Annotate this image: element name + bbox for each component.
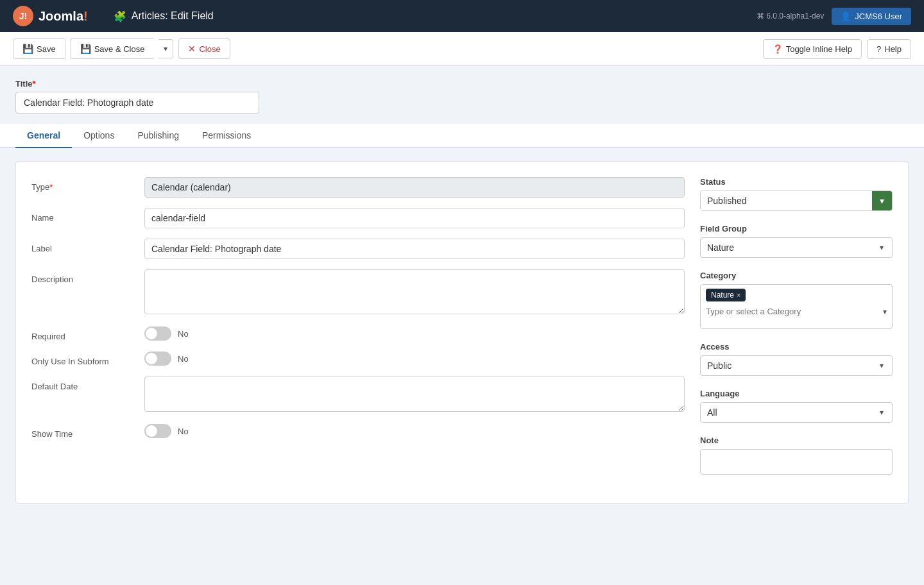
- category-input-row: ▾: [701, 304, 892, 320]
- status-green-button[interactable]: ▾: [872, 191, 892, 210]
- required-toggle[interactable]: [144, 326, 171, 341]
- header: J! Joomla! 🧩 Articles: Edit Field ⌘ 6.0.…: [0, 0, 924, 32]
- description-label: Description: [31, 269, 134, 284]
- help-label: Help: [884, 44, 902, 54]
- logo-joomla: Joomla: [38, 9, 83, 23]
- tabs-bar: General Options Publishing Permissions: [0, 124, 924, 148]
- required-toggle-label: No: [178, 329, 189, 339]
- category-tag-text: Nature: [711, 291, 734, 300]
- toggle-inline-help-label: Toggle Inline Help: [786, 44, 852, 54]
- note-section-label: Note: [700, 436, 893, 445]
- version-text: ⌘ 6.0.0-alpha1-dev: [757, 12, 824, 21]
- form-left: Type* Calendar (calendar) Name Label: [31, 177, 685, 488]
- subform-row: Only Use In Subform No: [31, 352, 685, 366]
- description-control: [144, 269, 685, 316]
- access-wrapper: Public Guest Registered Special Super Us…: [700, 355, 893, 376]
- save-close-icon: 💾: [80, 44, 91, 54]
- name-label: Name: [31, 208, 134, 223]
- user-icon: 👤: [841, 12, 851, 21]
- subform-control: No: [144, 352, 685, 366]
- tab-permissions[interactable]: Permissions: [191, 124, 262, 148]
- access-select[interactable]: Public Guest Registered Special Super Us…: [700, 355, 893, 376]
- question-icon: ?: [877, 44, 881, 54]
- label-row: Label: [31, 239, 685, 259]
- toggle-inline-help-button[interactable]: ❓ Toggle Inline Help: [763, 39, 862, 59]
- save-dropdown-button[interactable]: ▾: [158, 39, 173, 58]
- label-label: Label: [31, 239, 134, 253]
- save-button[interactable]: 💾 Save: [13, 38, 65, 59]
- show-time-toggle[interactable]: [144, 424, 171, 438]
- note-input[interactable]: [700, 449, 893, 475]
- save-close-label: Save & Close: [94, 44, 145, 54]
- category-text-input[interactable]: [706, 307, 883, 316]
- default-date-input[interactable]: [144, 377, 685, 412]
- category-tag-remove[interactable]: ×: [737, 291, 740, 299]
- category-field[interactable]: Nature × ▾: [700, 284, 893, 329]
- tab-general[interactable]: General: [15, 124, 72, 148]
- close-button[interactable]: ✕ Close: [178, 38, 230, 59]
- save-label: Save: [37, 44, 56, 54]
- subform-label: Only Use In Subform: [31, 352, 134, 366]
- note-section: Note: [700, 436, 893, 475]
- help-circle-icon: ❓: [773, 44, 783, 54]
- subform-toggle-label: No: [178, 354, 189, 364]
- language-wrapper: All English (en-GB) ▾: [700, 402, 893, 423]
- required-toggle-row: No: [144, 326, 685, 341]
- logo-text: Joomla!: [38, 9, 88, 24]
- name-control: [144, 208, 685, 228]
- type-required-star: *: [49, 182, 53, 192]
- status-section-label: Status: [700, 177, 893, 187]
- show-time-toggle-label: No: [178, 427, 189, 436]
- required-row: Required No: [31, 326, 685, 341]
- show-time-control: No: [144, 424, 685, 438]
- show-time-toggle-row: No: [144, 424, 685, 438]
- joomla-logo-icon: J!: [13, 6, 33, 26]
- user-menu-button[interactable]: 👤 JCMS6 User: [832, 8, 911, 25]
- toolbar: 💾 Save 💾 Save & Close ▾ ✕ Close ❓ Toggle…: [0, 32, 924, 66]
- subform-toggle[interactable]: [144, 352, 171, 366]
- tab-options[interactable]: Options: [72, 124, 126, 148]
- required-control: No: [144, 326, 685, 341]
- status-section: Status Published Unpublished Archived Tr…: [700, 177, 893, 211]
- save-icon: 💾: [22, 44, 33, 54]
- field-group-select[interactable]: Nature None: [700, 237, 893, 258]
- name-input[interactable]: [144, 208, 685, 228]
- page-icon: 🧩: [114, 10, 126, 22]
- type-row: Type* Calendar (calendar): [31, 177, 685, 198]
- close-icon: ✕: [188, 44, 196, 54]
- label-control: [144, 239, 685, 259]
- language-select[interactable]: All English (en-GB): [700, 402, 893, 423]
- description-input[interactable]: [144, 269, 685, 314]
- category-chevron-icon[interactable]: ▾: [883, 307, 887, 316]
- page-content: Title* General Options Publishing Permis…: [0, 66, 924, 516]
- title-required-star: *: [33, 79, 36, 89]
- logo: J! Joomla!: [13, 6, 88, 26]
- user-label: JCMS6 User: [855, 12, 902, 21]
- name-row: Name: [31, 208, 685, 228]
- help-button[interactable]: ? Help: [867, 39, 911, 59]
- tab-publishing[interactable]: Publishing: [126, 124, 191, 148]
- access-section: Access Public Guest Registered Special S…: [700, 342, 893, 376]
- save-close-button[interactable]: 💾 Save & Close: [71, 38, 154, 59]
- subform-toggle-row: No: [144, 352, 685, 366]
- language-section-label: Language: [700, 389, 893, 398]
- type-value: Calendar (calendar): [144, 177, 685, 198]
- close-label: Close: [199, 44, 220, 54]
- title-field-label: Title*: [15, 79, 909, 89]
- title-row: Title*: [15, 79, 909, 114]
- logo-exclaim: !: [83, 9, 88, 23]
- status-wrapper: Published Unpublished Archived Trashed ▾: [700, 191, 893, 211]
- access-section-label: Access: [700, 342, 893, 352]
- page-title: Articles: Edit Field: [132, 10, 214, 22]
- field-group-label: Field Group: [700, 224, 893, 233]
- form-right: Status Published Unpublished Archived Tr…: [700, 177, 893, 488]
- show-time-row: Show Time No: [31, 424, 685, 439]
- default-date-control: [144, 377, 685, 414]
- category-tag-row: Nature ×: [701, 285, 892, 304]
- default-date-row: Default Date: [31, 377, 685, 414]
- title-input[interactable]: [15, 92, 259, 114]
- label-input[interactable]: [144, 239, 685, 259]
- status-select[interactable]: Published Unpublished Archived Trashed: [701, 191, 872, 210]
- language-section: Language All English (en-GB) ▾: [700, 389, 893, 423]
- description-row: Description: [31, 269, 685, 316]
